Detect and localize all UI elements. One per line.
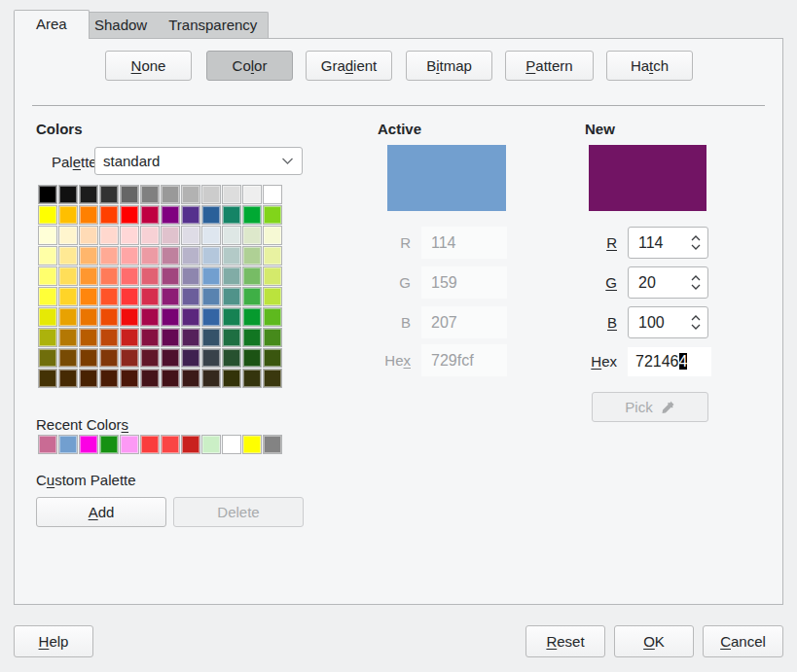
palette-swatch[interactable]: [99, 205, 119, 225]
palette-swatch[interactable]: [161, 205, 180, 225]
palette-swatch[interactable]: [222, 348, 241, 368]
recent-color-swatch[interactable]: [222, 435, 241, 454]
new-g-spin-buttons[interactable]: [684, 275, 707, 290]
palette-swatch[interactable]: [263, 226, 282, 245]
palette-swatch[interactable]: [99, 287, 119, 306]
palette-swatch[interactable]: [38, 328, 57, 347]
palette-swatch[interactable]: [140, 205, 160, 225]
palette-swatch[interactable]: [99, 348, 119, 368]
palette-swatch[interactable]: [161, 307, 180, 327]
palette-swatch[interactable]: [222, 266, 241, 286]
palette-swatch[interactable]: [263, 348, 282, 368]
palette-swatch[interactable]: [120, 307, 139, 327]
ok-button[interactable]: OK: [614, 625, 694, 657]
palette-swatch[interactable]: [263, 287, 282, 306]
add-color-button[interactable]: Add: [36, 497, 166, 527]
palette-swatch[interactable]: [222, 307, 241, 327]
palette-swatch[interactable]: [161, 348, 180, 368]
palette-swatch[interactable]: [161, 369, 180, 388]
palette-swatch[interactable]: [79, 348, 98, 368]
palette-swatch[interactable]: [201, 185, 221, 204]
palette-swatch[interactable]: [161, 226, 180, 245]
palette-swatch[interactable]: [120, 328, 139, 347]
cancel-button[interactable]: Cancel: [703, 625, 783, 657]
new-b-spin-buttons[interactable]: [684, 315, 707, 330]
palette-swatch[interactable]: [58, 185, 78, 204]
palette-swatch[interactable]: [242, 287, 262, 306]
recent-color-swatch[interactable]: [161, 435, 180, 454]
recent-color-swatch[interactable]: [120, 435, 139, 454]
palette-swatch[interactable]: [181, 185, 200, 204]
palette-swatch[interactable]: [201, 266, 221, 286]
palette-swatch[interactable]: [263, 307, 282, 327]
palette-swatch[interactable]: [222, 226, 241, 245]
palette-swatch[interactable]: [140, 369, 160, 388]
palette-swatch[interactable]: [38, 226, 57, 245]
fill-bitmap-button[interactable]: Bitmap: [406, 51, 492, 81]
palette-swatch[interactable]: [181, 246, 200, 265]
palette-swatch[interactable]: [58, 328, 78, 347]
palette-swatch[interactable]: [201, 369, 221, 388]
palette-swatch[interactable]: [38, 369, 57, 388]
palette-swatch[interactable]: [242, 307, 262, 327]
palette-swatch[interactable]: [140, 226, 160, 245]
palette-swatch[interactable]: [140, 287, 160, 306]
palette-swatch[interactable]: [222, 369, 241, 388]
palette-swatch[interactable]: [181, 307, 200, 327]
palette-swatch[interactable]: [242, 226, 262, 245]
palette-swatch[interactable]: [263, 369, 282, 388]
palette-swatch[interactable]: [181, 348, 200, 368]
palette-swatch[interactable]: [99, 307, 119, 327]
palette-swatch[interactable]: [38, 266, 57, 286]
palette-swatch[interactable]: [161, 246, 180, 265]
palette-swatch[interactable]: [120, 369, 139, 388]
palette-swatch[interactable]: [201, 226, 221, 245]
palette-swatch[interactable]: [79, 307, 98, 327]
palette-swatch[interactable]: [201, 307, 221, 327]
palette-swatch[interactable]: [79, 287, 98, 306]
palette-swatch[interactable]: [58, 307, 78, 327]
fill-color-button[interactable]: Color: [206, 51, 293, 81]
palette-swatch[interactable]: [242, 205, 262, 225]
palette-swatch[interactable]: [201, 328, 221, 347]
palette-swatch[interactable]: [222, 287, 241, 306]
palette-swatch[interactable]: [263, 246, 282, 265]
palette-swatch[interactable]: [181, 369, 200, 388]
palette-swatch[interactable]: [140, 266, 160, 286]
fill-pattern-button[interactable]: Pattern: [505, 51, 594, 81]
palette-swatch[interactable]: [242, 328, 262, 347]
palette-swatch[interactable]: [79, 205, 98, 225]
palette-swatch[interactable]: [222, 185, 241, 204]
recent-color-swatch[interactable]: [99, 435, 119, 454]
new-r-spin-buttons[interactable]: [684, 235, 707, 250]
palette-swatch[interactable]: [120, 185, 139, 204]
palette-swatch[interactable]: [58, 348, 78, 368]
recent-color-swatch[interactable]: [38, 435, 57, 454]
palette-swatch[interactable]: [99, 266, 119, 286]
palette-swatch[interactable]: [242, 185, 262, 204]
palette-swatch[interactable]: [120, 348, 139, 368]
palette-swatch[interactable]: [181, 287, 200, 306]
palette-swatch[interactable]: [79, 185, 98, 204]
palette-swatch[interactable]: [201, 287, 221, 306]
palette-swatch[interactable]: [140, 328, 160, 347]
new-hex-input[interactable]: 721464: [628, 347, 711, 376]
recent-color-swatch[interactable]: [79, 435, 98, 454]
palette-swatch[interactable]: [263, 205, 282, 225]
palette-swatch[interactable]: [140, 246, 160, 265]
palette-swatch[interactable]: [38, 348, 57, 368]
palette-swatch[interactable]: [181, 205, 200, 225]
palette-swatch[interactable]: [263, 266, 282, 286]
palette-swatch[interactable]: [242, 348, 262, 368]
recent-color-swatch[interactable]: [263, 435, 282, 454]
palette-swatch[interactable]: [161, 328, 180, 347]
fill-hatch-button[interactable]: Hatch: [606, 51, 693, 81]
new-g-spinner[interactable]: 20: [628, 266, 708, 299]
tab-transparency[interactable]: Transparency: [158, 13, 268, 39]
palette-swatch[interactable]: [38, 307, 57, 327]
palette-swatch[interactable]: [120, 246, 139, 265]
palette-swatch[interactable]: [263, 328, 282, 347]
palette-swatch[interactable]: [58, 266, 78, 286]
palette-swatch[interactable]: [99, 226, 119, 245]
palette-swatch[interactable]: [120, 205, 139, 225]
